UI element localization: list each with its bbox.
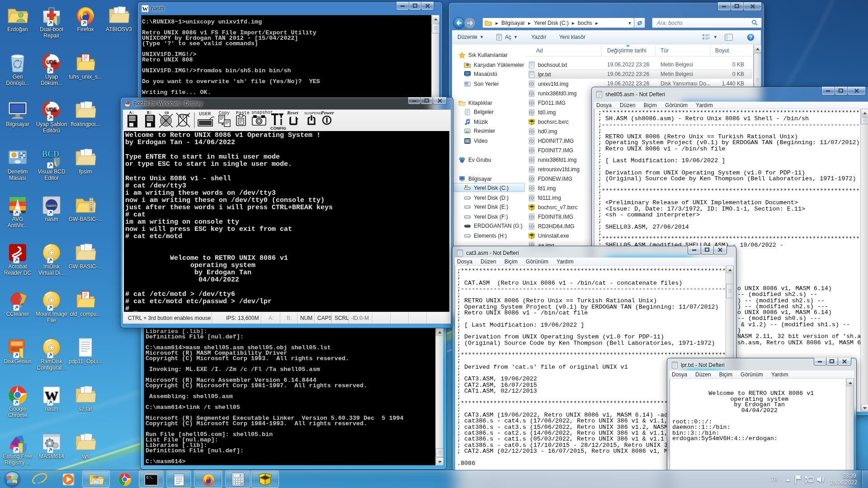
svg-text:W: W xyxy=(142,5,148,12)
svg-text:e: e xyxy=(34,472,42,488)
svg-text:C:\_: C:\_ xyxy=(146,476,154,479)
svg-text:?: ? xyxy=(749,34,752,40)
svg-text:0: 0 xyxy=(240,474,241,478)
svg-text:CONFIG: CONFIG xyxy=(270,126,286,131)
svg-text:Power: Power xyxy=(321,110,334,115)
svg-text:Reset: Reset xyxy=(287,110,298,115)
svg-text:A:: A: xyxy=(129,111,134,115)
svg-text:SUSPEND: SUSPEND xyxy=(304,111,322,115)
svg-text:B:: B: xyxy=(147,111,152,115)
svg-text:CD: CD xyxy=(165,111,169,115)
svg-text:snapshot: snapshot xyxy=(251,110,273,115)
svg-text:USER: USER xyxy=(199,111,211,117)
